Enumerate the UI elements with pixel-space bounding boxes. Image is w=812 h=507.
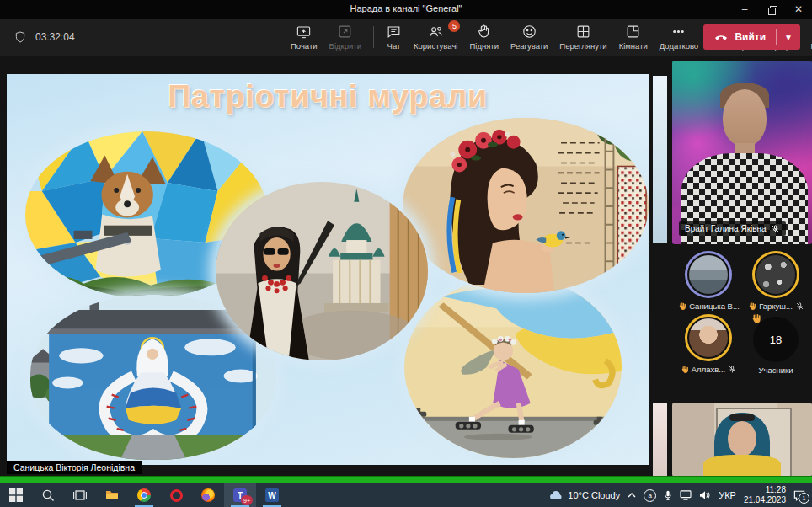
restore-button[interactable] xyxy=(758,0,785,19)
language-code: УКР xyxy=(719,490,736,500)
participants-count-tile[interactable]: 18 Учасники xyxy=(743,314,809,375)
chrome-button[interactable] xyxy=(128,483,160,507)
view-label: Переглянути xyxy=(559,41,606,51)
avatar-name: Саницька В... xyxy=(689,302,740,311)
clock-time: 11:28 xyxy=(744,485,786,496)
popout-label: Відкрити xyxy=(329,41,361,51)
minimize-button[interactable]: – xyxy=(731,0,758,19)
windows-taskbar: T 9+ W 10°C Cloudy a xyxy=(0,483,812,507)
firefox-icon xyxy=(201,488,215,502)
firefox-button[interactable] xyxy=(192,483,224,507)
shared-slide: Патріотичні мурали xyxy=(7,74,649,465)
participant-yellow-top xyxy=(703,455,781,477)
participant-name: Врайт Галина Яківна xyxy=(685,224,767,233)
window-title: Нарада в каналі "General" xyxy=(0,3,812,13)
tray-network[interactable] xyxy=(680,490,692,500)
sunglasses-on-head xyxy=(729,414,755,421)
screen-share-icon xyxy=(296,24,312,40)
meeting-timer: 03:32:04 xyxy=(35,31,75,43)
close-button[interactable]: ✕ xyxy=(785,0,812,19)
restore-icon xyxy=(768,6,776,13)
chrome-icon xyxy=(137,488,151,502)
task-view-icon xyxy=(73,488,87,502)
partial-video-edge xyxy=(653,403,667,477)
share-button[interactable]: Поділитися xyxy=(804,19,812,56)
avatar-sanytska[interactable]: Саницька В... xyxy=(676,251,741,311)
rooms-button[interactable]: Кімнати xyxy=(613,19,654,56)
network-icon xyxy=(680,490,692,500)
raised-hand-icon xyxy=(680,365,689,374)
avatar-ring xyxy=(685,251,732,298)
mic-muted-icon xyxy=(771,224,780,233)
word-button[interactable]: W xyxy=(256,483,288,507)
search-icon xyxy=(41,488,55,502)
weather-widget[interactable]: 10°C Cloudy xyxy=(549,490,620,500)
avatar-harkush[interactable]: Гаркуш... xyxy=(743,251,809,311)
leave-label: Вийти xyxy=(735,31,766,43)
raise-hand-label: Підняти xyxy=(469,41,499,51)
chat-icon xyxy=(386,24,402,40)
participant-name-pill: Врайт Галина Яківна xyxy=(679,221,786,236)
participants-label: Користувачі xyxy=(414,41,457,51)
raise-hand-icon xyxy=(476,24,492,40)
hangup-icon xyxy=(713,29,729,45)
more-label: Додатково xyxy=(660,41,698,51)
teams-notification-badge: 9+ xyxy=(241,495,253,505)
opera-button[interactable] xyxy=(160,483,192,507)
chat-button[interactable]: Чат xyxy=(380,19,408,56)
raised-hand-icon xyxy=(750,312,761,324)
tray-language-app[interactable]: a xyxy=(644,489,656,502)
mural-flower-woman-image xyxy=(403,118,649,293)
chat-label: Чат xyxy=(387,41,401,51)
slide-title: Патріотичні мурали xyxy=(7,79,649,115)
hidden-icons-chevron[interactable] xyxy=(628,492,636,499)
start-share-button[interactable]: Почати xyxy=(285,19,323,56)
start-button[interactable] xyxy=(0,483,32,507)
system-tray: 10°C Cloudy a УКР 11:28 21.04.2023 xyxy=(549,485,812,506)
participant-video-bottom[interactable] xyxy=(672,403,812,477)
opera-icon xyxy=(170,489,183,502)
grid-view-icon xyxy=(575,24,591,40)
shield-icon xyxy=(13,30,27,44)
participants-badge: 5 xyxy=(448,20,460,32)
leave-button[interactable]: Вийти ▼ xyxy=(703,24,800,50)
raised-hand-icon xyxy=(677,302,686,311)
weather-text: 10°C Cloudy xyxy=(568,490,620,500)
meeting-timer-group: 03:32:04 xyxy=(13,19,75,56)
tray-volume[interactable] xyxy=(699,490,711,500)
file-explorer-button[interactable] xyxy=(96,483,128,507)
avatar-ring xyxy=(685,314,732,361)
avatar-name: Гаркуш... xyxy=(759,302,793,311)
participant-video-main[interactable]: Врайт Галина Яківна xyxy=(672,61,812,244)
leave-main[interactable]: Вийти xyxy=(703,29,776,45)
teams-button[interactable]: T 9+ xyxy=(224,483,256,507)
avatar-photo xyxy=(755,254,797,296)
view-button[interactable]: Переглянути xyxy=(553,19,612,56)
raise-hand-button[interactable]: Підняти xyxy=(463,19,505,56)
popout-button: Відкрити xyxy=(323,19,367,56)
folder-icon xyxy=(105,488,119,502)
meeting-toolbar: 03:32:04 Почати Відкрити Чат Користувачі… xyxy=(0,19,812,56)
mic-muted-icon xyxy=(728,365,737,374)
tray-microphone[interactable] xyxy=(664,490,672,501)
teams-meeting-window: Нарада в каналі "General" – ✕ 03:32:04 П… xyxy=(0,0,812,507)
participants-button[interactable]: Користувачі 5 xyxy=(408,19,463,56)
mural-rifle-woman-image xyxy=(216,182,428,360)
word-icon: W xyxy=(265,488,279,502)
leave-chevron-icon[interactable]: ▼ xyxy=(777,33,800,42)
chevron-up-icon xyxy=(628,492,636,499)
participant-face xyxy=(723,89,767,147)
partial-video-edge xyxy=(653,76,667,243)
react-button[interactable]: Реагувати xyxy=(505,19,553,56)
more-button[interactable]: Додатково xyxy=(654,19,704,56)
participant-face xyxy=(728,421,756,456)
clock[interactable]: 11:28 21.04.2023 xyxy=(744,485,786,506)
task-view-button[interactable] xyxy=(64,483,96,507)
action-center-button[interactable]: 1 xyxy=(793,490,805,501)
notification-count-badge: 1 xyxy=(799,493,809,504)
people-icon xyxy=(428,24,444,40)
smiley-icon xyxy=(521,24,537,40)
language-indicator[interactable]: УКР xyxy=(719,490,736,500)
avatar-allakhv[interactable]: Аллахв... xyxy=(676,314,741,375)
search-button[interactable] xyxy=(32,483,64,507)
